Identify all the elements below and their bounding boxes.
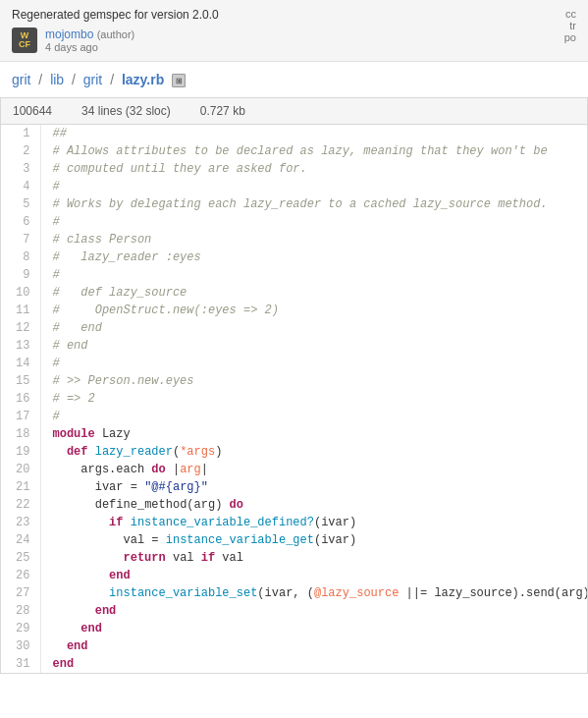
line-code: # [40, 408, 588, 425]
line-code: module Lazy [40, 425, 588, 443]
table-row: 8 # lazy_reader :eyes [1, 249, 588, 266]
table-row: 11 # OpenStruct.new(:eyes => 2) [1, 302, 588, 319]
commit-message: Regenerated gemspec for version 2.0.0 [12, 8, 219, 22]
line-code: val = instance_variable_get(ivar) [40, 531, 588, 549]
table-row: 30 end [1, 637, 588, 655]
line-code: # [40, 266, 588, 284]
line-code: def lazy_reader(*args) [40, 443, 588, 461]
table-row: 7 # class Person [1, 231, 588, 249]
line-number: 24 [1, 531, 40, 549]
line-number: 5 [1, 195, 40, 213]
table-row: 15 # >> Person.new.eyes [1, 372, 588, 390]
line-number: 3 [1, 160, 40, 178]
table-row: 27 instance_variable_set(ivar, (@lazy_so… [1, 584, 588, 602]
line-number: 21 [1, 478, 40, 496]
line-number: 31 [1, 655, 40, 673]
author-info: mojombo (author) 4 days ago [45, 28, 134, 53]
table-row: 10 # def lazy_source [1, 284, 588, 302]
line-number: 29 [1, 620, 40, 637]
line-code: # def lazy_source [40, 284, 588, 302]
line-number: 15 [1, 372, 40, 390]
line-number: 16 [1, 390, 40, 408]
author-link[interactable]: mojombo (author) [45, 28, 134, 41]
line-code: # [40, 355, 588, 372]
table-row: 25 return val if val [1, 549, 588, 567]
line-code: if instance_variable_defined?(ivar) [40, 514, 588, 531]
table-row: 18 module Lazy [1, 425, 588, 443]
line-code: end [40, 567, 588, 584]
table-row: 2 # Allows attributes to be declared as … [1, 142, 588, 160]
table-row: 1 ## [1, 125, 588, 142]
table-row: 16 # => 2 [1, 390, 588, 408]
line-number: 17 [1, 408, 40, 425]
line-code: ## [40, 125, 588, 142]
table-row: 31 end [1, 655, 588, 673]
file-size: 0.727 kb [200, 104, 245, 118]
line-code: return val if val [40, 549, 588, 567]
table-row: 22 define_method(arg) do [1, 496, 588, 514]
avatar: WCF [12, 28, 37, 53]
line-number: 22 [1, 496, 40, 514]
line-code: end [40, 655, 588, 673]
line-code: instance_variable_set(ivar, (@lazy_sourc… [40, 584, 588, 602]
line-code: # computed until they are asked for. [40, 160, 588, 178]
table-row: 4 # [1, 178, 588, 195]
line-code: # OpenStruct.new(:eyes => 2) [40, 302, 588, 319]
line-code: # Works by delegating each lazy_reader t… [40, 195, 588, 213]
commit-time: 4 days ago [45, 41, 134, 53]
line-code: ivar = "@#{arg}" [40, 478, 588, 496]
table-row: 9 # [1, 266, 588, 284]
line-number: 25 [1, 549, 40, 567]
line-number: 7 [1, 231, 40, 249]
table-row: 26 end [1, 567, 588, 584]
code-container: 1 ## 2 # Allows attributes to be declare… [0, 124, 588, 674]
line-code: # [40, 213, 588, 231]
line-number: 13 [1, 337, 40, 355]
line-number: 19 [1, 443, 40, 461]
line-number: 30 [1, 637, 40, 655]
line-code: # end [40, 319, 588, 337]
line-number: 2 [1, 142, 40, 160]
table-row: 14 # [1, 355, 588, 372]
line-code: # [40, 178, 588, 195]
line-code: define_method(arg) do [40, 496, 588, 514]
line-number: 14 [1, 355, 40, 372]
line-number: 27 [1, 584, 40, 602]
breadcrumb-grit[interactable]: grit [12, 72, 30, 87]
line-code: # class Person [40, 231, 588, 249]
table-row: 20 args.each do |arg| [1, 461, 588, 478]
code-table: 1 ## 2 # Allows attributes to be declare… [1, 125, 588, 673]
line-code: # => 2 [40, 390, 588, 408]
line-code: # lazy_reader :eyes [40, 249, 588, 266]
line-number: 10 [1, 284, 40, 302]
table-row: 23 if instance_variable_defined?(ivar) [1, 514, 588, 531]
line-number: 1 [1, 125, 40, 142]
breadcrumb: grit / lib / grit / lazy.rb ⊞ [0, 62, 588, 97]
breadcrumb-grit2[interactable]: grit [83, 72, 102, 87]
line-code: end [40, 620, 588, 637]
line-number: 26 [1, 567, 40, 584]
breadcrumb-lib[interactable]: lib [50, 72, 64, 87]
table-row: 21 ivar = "@#{arg}" [1, 478, 588, 496]
commit-info-right: cc tr po [564, 8, 576, 43]
file-icon: ⊞ [172, 74, 186, 87]
table-row: 5 # Works by delegating each lazy_reader… [1, 195, 588, 213]
table-row: 12 # end [1, 319, 588, 337]
line-number: 8 [1, 249, 40, 266]
file-mode: 100644 [13, 104, 52, 118]
line-number: 20 [1, 461, 40, 478]
commit-header: Regenerated gemspec for version 2.0.0 WC… [0, 0, 588, 62]
table-row: 29 end [1, 620, 588, 637]
author-row: WCF mojombo (author) 4 days ago [12, 28, 219, 53]
line-number: 23 [1, 514, 40, 531]
line-code: end [40, 602, 588, 620]
line-code: # >> Person.new.eyes [40, 372, 588, 390]
commit-info-left: Regenerated gemspec for version 2.0.0 WC… [12, 8, 219, 53]
table-row: 28 end [1, 602, 588, 620]
line-code: # end [40, 337, 588, 355]
line-number: 18 [1, 425, 40, 443]
line-number: 4 [1, 178, 40, 195]
line-number: 12 [1, 319, 40, 337]
line-code: args.each do |arg| [40, 461, 588, 478]
file-meta-bar: 100644 34 lines (32 sloc) 0.727 kb [0, 97, 588, 124]
